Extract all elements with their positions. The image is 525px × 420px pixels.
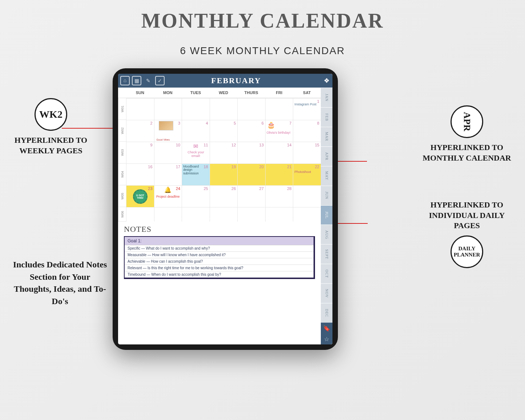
day-cell[interactable]: 13 [237,142,265,163]
day-cell[interactable]: 24 🔔 Project deadline [154,185,182,207]
day-cell[interactable]: 21 [265,163,293,185]
day-cell[interactable] [154,98,182,120]
planner-topbar: ⌂ ▦ ✎ ✓ FEBRUARY [118,74,321,88]
day-cell[interactable]: 5 [210,120,238,142]
goal-line: Timebound — When do I want to accomplish… [125,271,314,278]
day-cell[interactable]: 28 [265,185,293,207]
event-text: Project deadline [156,195,181,199]
month-tab-jan[interactable]: JAN [321,88,332,107]
month-tab-mar[interactable]: MAR [321,127,332,146]
day-cell[interactable]: 14 [265,142,293,163]
day-cell[interactable] [182,98,210,120]
event-text: Instagram Post [294,103,320,106]
day-cell[interactable] [126,98,154,120]
month-tab-apr[interactable]: APR [321,146,332,166]
week-label[interactable]: W05 [118,185,126,207]
day-cell[interactable] [126,207,154,222]
day-cell[interactable]: 17 [154,163,182,185]
day-cell[interactable]: 6 [237,120,265,142]
day-cell[interactable] [293,185,321,207]
month-tab-aug[interactable]: AUG [321,225,332,244]
month-tab-oct[interactable]: OCT [321,264,332,283]
wk2-badge: WK2 [35,98,67,131]
month-tab-feb[interactable]: FEB [321,107,332,127]
photo-sticker [159,121,173,130]
date-number: 16 [148,165,152,169]
apr-text: HYPERLINKED TO MONTHLY CALENDAR [420,142,514,163]
goal-box[interactable]: Goal 1: Specific — What do I want to acc… [124,236,315,279]
week-row: W02 2 3 Good Vibes 4 5 6 7 🎂 Olivia's bi… [118,120,321,142]
month-tab-sept[interactable]: SEPT [321,244,332,264]
page-subtitle: 6 WEEK MONTHLY CALENDAR [0,45,525,57]
week-label[interactable]: W03 [118,142,126,163]
day-cell[interactable]: 16 [126,163,154,185]
day-cell[interactable]: 3 Good Vibes [154,120,182,142]
day-cell[interactable] [210,207,238,222]
day-cell[interactable]: 20 [237,163,265,185]
day-cell[interactable] [265,207,293,222]
bell-icon: 🔔 [164,186,171,193]
bookmark-icon[interactable]: 🔖 [323,325,330,332]
month-tab-dec[interactable]: DEC [321,303,332,323]
week-label[interactable]: W01 [118,98,126,120]
day-cell[interactable]: 19 [210,163,238,185]
date-number: 28 [287,186,291,191]
month-tabs-sidebar: ❖ JAN FEB MAR APR MAY JUN JUL AUG SEPT O… [321,74,332,344]
day-cell[interactable] [265,98,293,120]
day-cell[interactable]: 18 Moodboard design submission [182,163,210,185]
date-number: 18 [203,165,208,169]
day-cell[interactable] [210,98,238,120]
week-row: W01 1 Instagram Post [118,98,321,120]
day-cell[interactable]: 9 [126,142,154,163]
week-row: W04 16 17 18 Moodboard design submission… [118,163,321,185]
day-cell[interactable]: 12 [210,142,238,163]
day-cell[interactable]: 23 U GOT THIS! [126,185,154,207]
arrow-line [62,128,120,129]
date-number: 19 [231,165,236,169]
day-cell[interactable]: 1 Instagram Post [293,98,321,120]
pencil-icon[interactable]: ✎ [144,76,153,85]
checkbox-icon[interactable]: ✓ [155,76,165,85]
day-header: FRI [265,88,293,98]
day-cell[interactable] [237,98,265,120]
date-number: 5 [234,121,236,125]
layers-icon[interactable]: ❖ [321,74,332,88]
wk2-text: HYPERLINKED TO WEEKLY PAGES [11,135,91,156]
planner-screen: ⌂ ▦ ✎ ✓ FEBRUARY SUN MON TUES WED THURS … [118,74,332,344]
month-tab-jul[interactable]: JUL [321,205,332,225]
event-text: Olivia's birthday! [267,131,292,135]
callout-weekly: WK2 HYPERLINKED TO WEEKLY PAGES [11,98,91,156]
day-cell[interactable]: 26 [210,185,238,207]
day-cell[interactable]: 10 [154,142,182,163]
event-text: Photoshoot [294,170,320,174]
goal-line: Measurable — How will I know when I have… [125,252,314,258]
day-header: TUES [182,88,210,98]
day-cell[interactable] [293,207,321,222]
day-cell[interactable]: 27 [237,185,265,207]
home-icon[interactable]: ⌂ [120,76,130,85]
month-tab-may[interactable]: MAY [321,166,332,186]
calendar-grid: W01 1 Instagram Post W02 2 [118,98,321,222]
day-cell[interactable] [182,207,210,222]
date-number: 9 [150,143,152,147]
calendar-icon[interactable]: ▦ [132,76,141,85]
goal-header: Goal 1: [125,237,314,245]
day-cell[interactable]: 22 Photoshoot [293,163,321,185]
day-cell[interactable]: 7 🎂 Olivia's birthday! [265,120,293,142]
day-header: THURS [237,88,265,98]
day-cell[interactable]: 25 [182,185,210,207]
month-tab-jun[interactable]: JUN [321,186,332,205]
day-cell[interactable]: 15 [293,142,321,163]
day-cell[interactable]: 8 [293,120,321,142]
month-tab-nov[interactable]: NOV [321,283,332,303]
week-label[interactable]: W02 [118,120,126,142]
week-label[interactable]: W06 [118,207,126,222]
day-cell[interactable] [154,207,182,222]
day-cell[interactable]: 4 [182,120,210,142]
month-label: FEBRUARY [167,76,306,85]
day-cell[interactable]: 2 [126,120,154,142]
star-icon[interactable]: ☆ [324,336,329,343]
week-label[interactable]: W04 [118,163,126,185]
day-cell[interactable] [237,207,265,222]
day-cell[interactable]: 11 ✉ Check your email! [182,142,210,163]
